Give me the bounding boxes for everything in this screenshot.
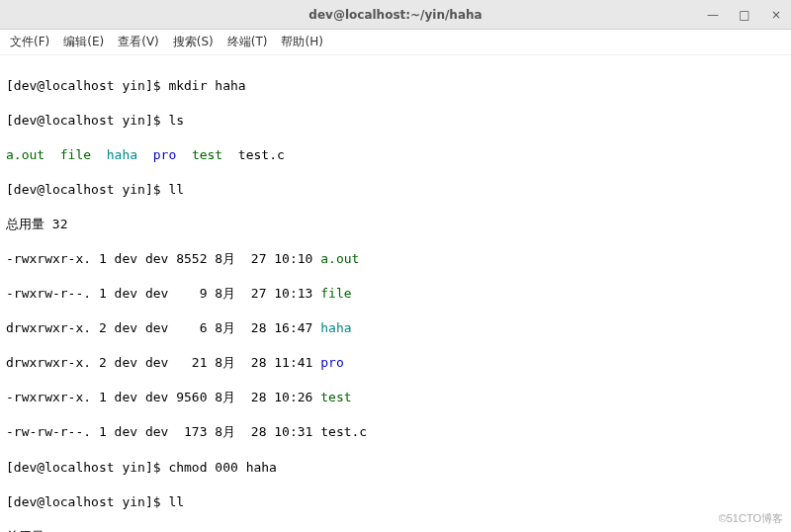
menu-edit[interactable]: 编辑(E) [63,34,104,50]
file-exec: a.out [6,147,44,162]
menu-terminal[interactable]: 终端(T) [227,34,268,50]
command: mkdir haha [168,78,245,93]
dir: pro [320,355,343,370]
prompt: [dev@localhost yin]$ [6,113,168,128]
menu-search[interactable]: 搜索(S) [173,34,214,50]
window-controls: — □ × [704,6,785,24]
file-plain: test.c [238,147,285,162]
total-line: 总用量 32 [6,216,785,233]
menubar: 文件(F) 编辑(E) 查看(V) 搜索(S) 终端(T) 帮助(H) [0,30,791,55]
prompt: [dev@localhost yin]$ [6,182,168,197]
prompt: [dev@localhost yin]$ [6,78,168,93]
command: ls [168,113,184,128]
minimize-button[interactable]: — [704,6,722,24]
ll-row: -rw-rw-r--. 1 dev dev 173 8月 28 10:31 te… [6,423,785,441]
prompt-line: [dev@localhost yin]$ chmod 000 haha [6,459,785,477]
ll-row: drwxrwxr-x. 2 dev dev 21 8月 28 11:41 pro [6,354,785,372]
maximize-button[interactable]: □ [736,6,753,24]
ll-row: drwxrwxr-x. 2 dev dev 6 8月 28 16:47 haha [6,319,785,337]
ll-row: -rwxrwxr-x. 1 dev dev 8552 8月 27 10:10 a… [6,250,785,268]
menu-view[interactable]: 查看(V) [118,34,159,50]
prompt: [dev@localhost yin]$ [6,494,168,509]
file-exec: test [320,390,351,404]
command: chmod 000 haha [168,460,277,475]
close-button[interactable]: × [767,6,785,24]
window-title: dev@localhost:~/yin/haha [308,8,482,22]
file-exec: file [60,147,91,162]
ls-output-line: a.out file haha pro test test.c [6,146,785,164]
prompt: [dev@localhost yin]$ [6,460,168,475]
command: ll [168,494,184,509]
dir: haha [320,320,351,335]
prompt-line: [dev@localhost yin]$ ll [6,493,785,511]
prompt-line: [dev@localhost yin]$ ls [6,112,785,130]
prompt-line: [dev@localhost yin]$ mkdir haha [6,77,785,95]
total-line: 总用量 32 [6,528,785,532]
command: ll [168,182,184,197]
ll-row: -rwxrw-r--. 1 dev dev 9 8月 27 10:13 file [6,285,785,303]
file-exec: a.out [320,251,359,266]
dir: pro [153,147,176,162]
ll-row: -rwxrwxr-x. 1 dev dev 9560 8月 28 10:26 t… [6,389,785,406]
menu-help[interactable]: 帮助(H) [281,34,322,50]
file-exec: file [320,286,351,301]
watermark: ©51CTO博客 [719,511,783,526]
dir: haha [107,147,137,162]
terminal-output[interactable]: [dev@localhost yin]$ mkdir haha [dev@loc… [0,55,791,532]
titlebar: dev@localhost:~/yin/haha — □ × [0,0,791,30]
menu-file[interactable]: 文件(F) [10,34,49,50]
file-exec: test [192,147,222,162]
prompt-line: [dev@localhost yin]$ ll [6,181,785,199]
